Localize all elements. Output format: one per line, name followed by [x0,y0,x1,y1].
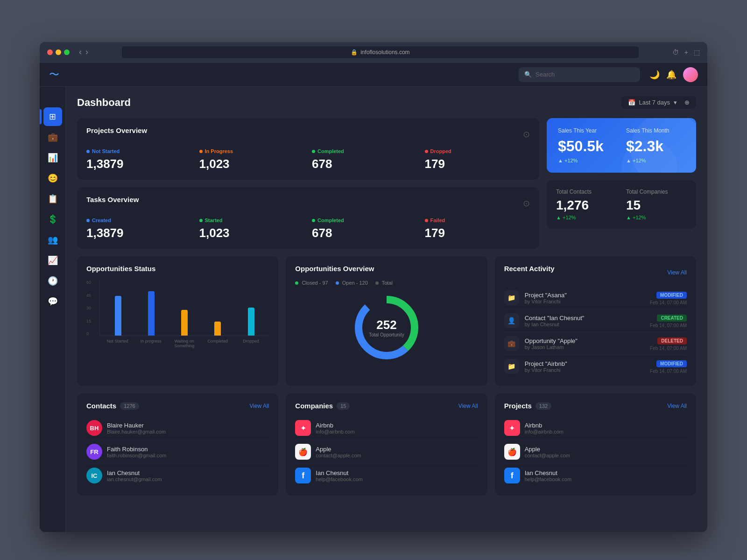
activity-item-2: 💼 Opportunity "Apple" by Jason Latham DE… [504,332,687,355]
messages-icon: 💬 [48,296,58,307]
moon-icon[interactable]: 🌙 [649,70,660,80]
activity-by-1: by Ian Chesnut [525,322,644,327]
bar-dropped-fill [248,308,254,336]
projects-list-header: Projects 132 View All [504,402,687,410]
projects-view-all[interactable]: View All [667,403,687,409]
project-name-1: Apple [525,446,570,453]
dashboard-icon: ⊞ [49,112,56,122]
legend-closed: Closed - 97 [295,280,328,286]
tasks-dot-red [425,219,428,222]
address-bar[interactable]: 🔒 infoflosolutions.com [122,46,639,58]
activity-info-0: Project "Asana" by Vitor Franchi [525,292,644,304]
tasks-stats-grid: Created 1,3879 Started 1,023 Completed 6… [86,217,530,240]
sidebar-item-analytics[interactable]: 📊 [43,148,62,167]
y-label-45: 45 [86,293,91,298]
y-label-30: 30 [86,306,91,310]
contacts-icon: 😊 [48,173,58,183]
user-avatar[interactable] [683,67,698,82]
tasks-failed: Failed 179 [425,217,530,240]
sales-card: Sales This Year $50.5k ▲ +12% Sales This… [547,118,696,173]
bar-waiting-fill [181,310,188,336]
close-button[interactable] [47,49,53,55]
activity-right-3: MODIFIED Feb 14, 07:00 AM [650,359,687,374]
history-icon: 🕐 [48,276,58,286]
activity-right-2: DELETED Feb 14, 07:00 AM [650,336,687,351]
activity-date-1: Feb 14, 07:00 AM [650,323,687,328]
tasks-overview-card: Tasks Overview ⊙ Created 1,3879 Started [77,187,539,249]
companies-list-header: Companies 15 View All [295,402,478,410]
activity-info-3: Project "Airbnb" by Vitor Franchi [525,360,644,373]
sidebar-item-dashboard[interactable]: ⊞ [43,107,62,126]
dot-open [336,281,339,285]
company-logo-2: f [295,468,311,483]
project-logo-0: ✦ [504,420,520,436]
projects-in-progress-value: 1,023 [199,157,305,171]
tasks-dot-green [199,219,203,222]
new-tab-icon[interactable]: + [684,49,688,56]
sales-year-value: $50.5k [558,138,617,155]
back-icon[interactable]: ‹ [79,47,82,57]
projects-list-card: Projects 132 View All ✦ Airbnb info@airb… [495,393,696,496]
company-email-2: help@facebook.com [316,476,362,482]
sales-this-month: Sales This Month $2.3k ▲ +12% [626,127,685,163]
contact-info-0: Blaire Hauker Blaire.hauker@gmail.com [107,422,166,434]
contacts-change: ▲ +12% [556,215,617,220]
collapse-projects-icon[interactable]: ⊙ [523,129,530,140]
contacts-view-all[interactable]: View All [250,403,269,409]
sidebar-item-tasks[interactable]: 📋 [43,189,62,208]
contact-info-2: Ian Chesnut ian.chesnut@gmail.com [107,469,162,482]
maximize-button[interactable] [64,49,70,55]
date-filter[interactable]: 📅 Last 7 days ▾ ⊕ [621,96,697,109]
sidebar-item-projects[interactable]: 💼 [43,128,62,147]
minimize-button[interactable] [56,49,61,55]
projects-stats-grid: Not Started 1,3879 In Progress 1,023 Com… [86,148,530,171]
sidebar-item-contacts[interactable]: 😊 [43,169,62,188]
sidebar-item-reports[interactable]: 📈 [43,251,62,270]
search-icon: 🔍 [524,71,532,78]
activity-header: Recent Activity View All [504,265,687,280]
search-bar[interactable]: 🔍 Search [519,67,640,82]
sidebar-item-finance[interactable]: 💲 [43,210,62,229]
logo: 〜 [49,68,59,82]
companies-list-card: Companies 15 View All ✦ Airbnb info@airb… [286,393,487,496]
traffic-lights [47,49,70,55]
donut-chart: 252 Total Opportunity [349,290,424,365]
extensions-icon[interactable]: ⬚ [694,49,700,56]
contact-item-1: FR Faith Robinson faith.robinson@gmail.c… [86,440,269,464]
browser-actions: ⏱ + ⬚ [672,49,700,56]
contact-info-1: Faith Robinson faith.robinson@gmail.com [107,446,166,458]
activity-view-all[interactable]: View All [667,269,687,276]
x-label-not-started: Not Started [103,339,132,348]
app-layout: 〜 🔍 Search 🌙 🔔 ⊞ 💼 📊 😊 [40,63,707,532]
projects-in-progress: In Progress 1,023 [199,148,305,171]
contact-item-2: IC Ian Chesnut ian.chesnut@gmail.com [86,464,269,487]
company-info-1: Apple contact@apple.com [316,446,361,458]
project-item-2: f Ian Chesnut help@facebook.com [504,464,687,487]
tasks-created: Created 1,3879 [86,217,192,240]
companies-view-all[interactable]: View All [458,403,478,409]
companies-count-badge: 15 [337,402,350,410]
collapse-tasks-icon[interactable]: ⊙ [523,198,530,209]
sales-this-year: Sales This Year $50.5k ▲ +12% [558,127,617,163]
dot-total [375,281,379,285]
company-item-2: f Ian Chesnut help@facebook.com [295,464,478,487]
tasks-started-value: 1,023 [199,226,305,240]
forward-icon[interactable]: › [85,47,88,57]
project-name-2: Ian Chesnut [525,469,571,476]
project-name-0: Airbnb [525,422,564,429]
projects-count-badge: 132 [536,402,551,410]
projects-title: Projects Overview [86,126,147,134]
sidebar-item-messages[interactable]: 💬 [43,292,62,311]
company-logo-0: ✦ [295,420,311,436]
account-icon[interactable]: ⏱ [672,49,679,56]
projects-list-title: Projects [504,402,532,410]
sidebar-item-team[interactable]: 👥 [43,231,62,249]
activity-name-1: Contact "Ian Chesnut" [525,315,644,322]
bar-in-progress-fill [148,291,155,336]
bell-icon[interactable]: 🔔 [666,70,677,80]
sidebar-item-history[interactable]: 🕐 [43,272,62,290]
contact-name-2: Ian Chesnut [107,469,162,476]
team-icon: 👥 [48,235,58,245]
charts-row: Opportunities Status 60 45 30 15 0 [77,256,696,386]
activity-icon-opp: 💼 [504,336,519,351]
